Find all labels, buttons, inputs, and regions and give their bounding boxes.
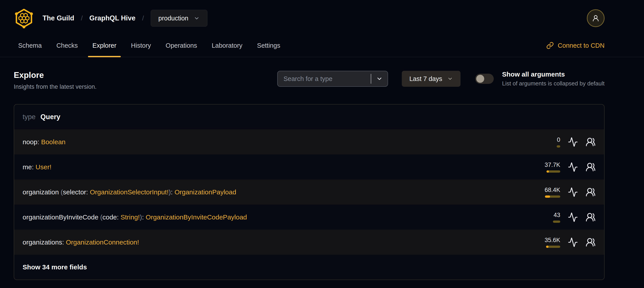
usage-bar	[557, 145, 560, 148]
tab-operations[interactable]: Operations	[161, 34, 202, 57]
field-clients-button[interactable]	[586, 137, 596, 147]
usage-stat: 43	[532, 212, 560, 223]
request-count: 0	[557, 136, 560, 143]
page-subtitle: Insights from the latest version.	[14, 83, 96, 90]
explorer-page: Explore Insights from the latest version…	[0, 71, 644, 288]
hive-logo-icon[interactable]	[14, 8, 34, 29]
field-row: organizationByInviteCode (code: String!)…	[14, 205, 604, 230]
field-signature: me: User!	[22, 163, 52, 171]
field-clients-button[interactable]	[586, 237, 596, 247]
argument-name: code	[102, 213, 117, 221]
tab-bar: SchemaChecksExplorerHistoryOperationsLab…	[0, 34, 644, 57]
return-type-link[interactable]: OrganizationByInviteCodePayload	[146, 213, 247, 221]
request-count: 68.4K	[544, 187, 560, 193]
field-name: organizations	[22, 238, 62, 246]
usage-bar-fill	[545, 195, 550, 198]
activity-icon	[568, 187, 578, 197]
type-name[interactable]: Query	[40, 113, 60, 121]
field-signature: organization (selector: OrganizationSele…	[22, 188, 236, 196]
usage-bar-fill	[546, 246, 548, 248]
app-header: The Guild / GraphQL Hive / production	[0, 0, 644, 29]
argument-type-link[interactable]: String!	[120, 213, 140, 221]
activity-icon	[568, 237, 578, 247]
type-card-query: type Query noop: Boolean 0	[14, 104, 604, 280]
field-row: organizations: OrganizationConnection! 3…	[14, 230, 604, 255]
target-selector-value: production	[158, 15, 188, 22]
target-selector-dropdown[interactable]: production	[151, 10, 208, 27]
field-stats: 43	[532, 212, 596, 223]
usage-stat: 35.6K	[532, 237, 560, 248]
field-stats: 35.6K	[532, 237, 596, 248]
tab-schema[interactable]: Schema	[14, 34, 46, 57]
return-type-link[interactable]: Boolean	[41, 138, 66, 146]
usage-bar-fill	[546, 170, 549, 173]
usage-bar	[545, 195, 560, 198]
activity-icon	[568, 212, 578, 222]
field-row: noop: Boolean 0	[14, 129, 604, 154]
link-icon	[546, 42, 554, 49]
return-type-link[interactable]: User!	[36, 163, 52, 171]
request-count: 35.6K	[544, 237, 560, 244]
users-icon	[586, 212, 596, 222]
type-search-input[interactable]	[278, 71, 371, 86]
breadcrumb-separator: /	[142, 15, 144, 22]
breadcrumb-org[interactable]: The Guild	[42, 14, 74, 22]
activity-icon	[568, 137, 578, 147]
page-title: Explore	[14, 71, 96, 80]
field-activity-button[interactable]	[568, 237, 578, 247]
type-kind-label: type	[22, 113, 36, 121]
usage-stat: 37.7K	[532, 162, 560, 173]
toggle-knob	[476, 75, 484, 83]
users-icon	[586, 237, 596, 247]
show-all-arguments-toggle[interactable]	[475, 74, 494, 84]
field-signature: organizationByInviteCode (code: String!)…	[22, 213, 247, 221]
search-dropdown-toggle[interactable]	[371, 71, 388, 86]
argument-name: selector	[63, 188, 86, 196]
field-activity-button[interactable]	[568, 137, 578, 147]
tab-history[interactable]: History	[126, 34, 155, 57]
tab-laboratory[interactable]: Laboratory	[207, 34, 247, 57]
users-icon	[586, 187, 596, 197]
toggle-description: List of arguments is collapsed by defaul…	[502, 80, 604, 87]
period-selector-value: Last 7 days	[409, 75, 442, 83]
request-count: 37.7K	[544, 162, 560, 168]
toggle-labels: Show all arguments List of arguments is …	[502, 71, 604, 87]
tab-settings[interactable]: Settings	[253, 34, 285, 57]
breadcrumb-project[interactable]: GraphQL Hive	[89, 14, 136, 22]
connect-to-cdn-button[interactable]: Connect to CDN	[546, 42, 604, 49]
field-stats: 0	[532, 136, 596, 148]
users-icon	[586, 162, 596, 172]
usage-stat: 68.4K	[532, 187, 560, 198]
chevron-down-icon	[376, 75, 383, 82]
search-divider	[371, 74, 371, 84]
user-avatar[interactable]	[587, 9, 604, 27]
user-icon	[591, 14, 600, 23]
field-clients-button[interactable]	[586, 162, 596, 172]
show-more-fields-button[interactable]: Show 34 more fields	[14, 255, 604, 279]
field-list: noop: Boolean 0	[14, 129, 604, 255]
usage-bar	[546, 170, 560, 173]
field-stats: 68.4K	[532, 187, 596, 198]
field-activity-button[interactable]	[568, 212, 578, 222]
usage-bar	[553, 220, 560, 223]
field-name: organization	[22, 188, 59, 196]
field-row: organization (selector: OrganizationSele…	[14, 179, 604, 205]
users-icon	[586, 137, 596, 147]
return-type-link[interactable]: OrganizationConnection!	[66, 238, 139, 246]
field-clients-button[interactable]	[586, 187, 596, 197]
tab-checks[interactable]: Checks	[52, 34, 82, 57]
chevron-down-icon	[194, 15, 200, 21]
breadcrumb-separator: /	[81, 15, 83, 22]
usage-bar	[546, 246, 560, 248]
connect-to-cdn-label: Connect to CDN	[558, 42, 604, 49]
field-activity-button[interactable]	[568, 162, 578, 172]
field-activity-button[interactable]	[568, 187, 578, 197]
request-count: 43	[554, 212, 560, 218]
field-clients-button[interactable]	[586, 212, 596, 222]
field-stats: 37.7K	[532, 162, 596, 173]
type-search-combobox	[277, 71, 388, 87]
tab-explorer[interactable]: Explorer	[88, 34, 121, 57]
period-selector-dropdown[interactable]: Last 7 days	[402, 71, 460, 87]
return-type-link[interactable]: OrganizationPayload	[174, 188, 236, 196]
argument-type-link[interactable]: OrganizationSelectorInput!	[90, 188, 169, 196]
